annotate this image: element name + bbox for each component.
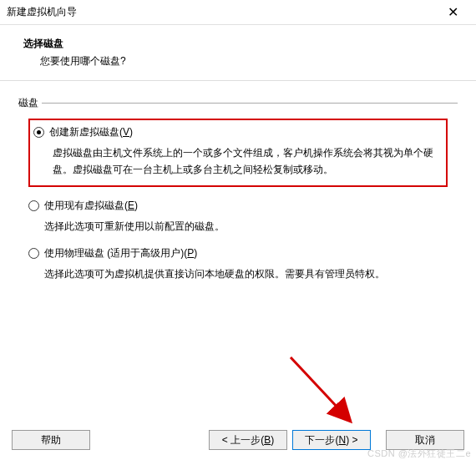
option-existing[interactable]: 使用现有虚拟磁盘(E) 选择此选项可重新使用以前配置的磁盘。 bbox=[28, 199, 448, 235]
option-create-label: 创建新虚拟磁盘(V) bbox=[49, 125, 133, 139]
content-area: 磁盘 创建新虚拟磁盘(V) 虚拟磁盘由主机文件系统上的一个或多个文件组成，客户机… bbox=[0, 81, 476, 303]
radio-existing[interactable] bbox=[28, 200, 39, 211]
option-create[interactable]: 创建新虚拟磁盘(V) bbox=[33, 125, 439, 139]
option-existing-label: 使用现有虚拟磁盘(E) bbox=[44, 199, 138, 213]
options-group: 创建新虚拟磁盘(V) 虚拟磁盘由主机文件系统上的一个或多个文件组成，客户机操作系… bbox=[18, 119, 458, 283]
svg-line-0 bbox=[291, 357, 351, 422]
option-physical[interactable]: 使用物理磁盘 (适用于高级用户)(P) 选择此选项可为虚拟机提供直接访问本地硬盘… bbox=[28, 246, 448, 282]
close-icon: ✕ bbox=[448, 4, 458, 20]
option-create-highlight: 创建新虚拟磁盘(V) 虚拟磁盘由主机文件系统上的一个或多个文件组成，客户机操作系… bbox=[28, 119, 448, 187]
option-physical-desc: 选择此选项可为虚拟机提供直接访问本地硬盘的权限。需要具有管理员特权。 bbox=[28, 265, 448, 282]
page-title: 选择磁盘 bbox=[23, 37, 453, 51]
fieldset-label: 磁盘 bbox=[18, 96, 42, 110]
help-button[interactable]: 帮助 bbox=[12, 430, 90, 450]
page-subtitle: 您要使用哪个磁盘? bbox=[23, 54, 453, 68]
titlebar: 新建虚拟机向导 ✕ bbox=[0, 0, 476, 25]
watermark: CSDN @法外狂徒王二e bbox=[367, 447, 471, 460]
radio-create[interactable] bbox=[33, 127, 44, 138]
close-button[interactable]: ✕ bbox=[436, 1, 469, 24]
option-existing-desc: 选择此选项可重新使用以前配置的磁盘。 bbox=[28, 218, 448, 235]
radio-physical[interactable] bbox=[28, 248, 39, 259]
annotation-arrow bbox=[284, 351, 376, 442]
option-create-desc: 虚拟磁盘由主机文件系统上的一个或多个文件组成，客户机操作系统会将其视为单个硬盘。… bbox=[37, 144, 439, 179]
window-title: 新建虚拟机向导 bbox=[7, 5, 77, 19]
next-button[interactable]: 下一步(N) > bbox=[292, 430, 371, 450]
fieldset-divider bbox=[42, 103, 458, 104]
option-physical-label: 使用物理磁盘 (适用于高级用户)(P) bbox=[44, 246, 197, 260]
fieldset-header: 磁盘 bbox=[18, 96, 458, 110]
back-button[interactable]: < 上一步(B) bbox=[209, 430, 287, 450]
header: 选择磁盘 您要使用哪个磁盘? bbox=[0, 25, 476, 81]
